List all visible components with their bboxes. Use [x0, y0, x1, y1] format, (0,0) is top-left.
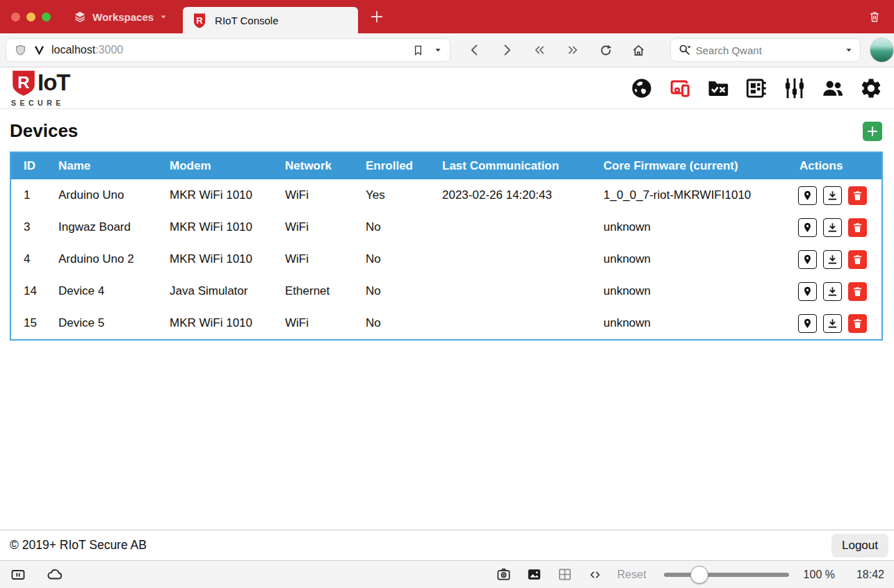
copyright-text: © 2019+ RIoT Secure AB — [10, 538, 147, 553]
fast-forward-button[interactable] — [556, 44, 590, 56]
chip-icon[interactable] — [745, 76, 768, 100]
cell-network: WiFi — [273, 316, 353, 330]
map-pin-icon — [802, 222, 813, 234]
trash-icon — [852, 286, 863, 297]
rewind-button[interactable] — [523, 44, 556, 56]
zoom-window-button[interactable] — [42, 13, 51, 22]
col-header-modem: Modem — [157, 159, 273, 173]
devices-table: ID Name Modem Network Enrolled Last Comm… — [10, 152, 883, 341]
search-input[interactable] — [696, 44, 840, 56]
delete-device-button[interactable] — [848, 186, 867, 205]
download-firmware-button[interactable] — [823, 218, 842, 237]
delete-device-button[interactable] — [848, 250, 867, 269]
delete-device-button[interactable] — [848, 314, 867, 333]
col-header-id: ID — [11, 159, 46, 173]
cell-name: Device 4 — [46, 284, 157, 298]
download-icon — [827, 286, 838, 297]
address-dropdown-icon[interactable] — [434, 46, 442, 54]
col-header-core-firmware: Core Firmware (current) — [591, 159, 787, 173]
cell-core-firmware: 1_0_0_7-riot-MKRWIFI1010 — [591, 188, 787, 202]
vivaldi-icon[interactable] — [33, 44, 45, 56]
cell-network: WiFi — [273, 252, 353, 266]
sliders-icon[interactable] — [783, 76, 806, 100]
download-firmware-button[interactable] — [823, 250, 842, 269]
cell-name: Device 5 — [46, 316, 157, 330]
locate-device-button[interactable] — [798, 218, 817, 237]
gear-icon[interactable] — [859, 76, 883, 100]
layers-icon — [73, 10, 87, 24]
cell-core-firmware: unknown — [591, 252, 787, 266]
minimize-window-button[interactable] — [26, 13, 35, 22]
cell-id: 3 — [11, 220, 46, 234]
cell-name: Arduino Uno 2 — [46, 252, 157, 266]
cell-id: 4 — [11, 252, 46, 266]
map-pin-icon — [802, 190, 813, 202]
cell-modem: MKR WiFi 1010 — [157, 252, 273, 266]
locate-device-button[interactable] — [798, 250, 817, 269]
capture-page-icon[interactable] — [496, 566, 512, 582]
users-icon[interactable] — [821, 76, 845, 100]
zoom-slider-knob[interactable] — [690, 566, 708, 584]
trash-icon — [852, 222, 863, 234]
svg-text:R: R — [196, 15, 203, 26]
new-tab-button[interactable] — [369, 9, 384, 24]
bookmark-icon[interactable] — [412, 44, 424, 57]
logo-shield-icon: R — [11, 69, 36, 97]
browser-toolbar: localhost:3000 — [0, 33, 894, 67]
cell-id: 1 — [11, 188, 46, 202]
toggle-images-icon[interactable] — [526, 566, 542, 582]
logo-brand-text: IoT — [38, 72, 70, 93]
cell-enrolled: No — [353, 316, 430, 330]
close-window-button[interactable] — [11, 13, 20, 22]
cell-last-communication: 2023-02-26 14:20:43 — [430, 188, 591, 202]
add-device-button[interactable] — [863, 122, 882, 141]
tab-title: RIoT Console — [215, 15, 278, 26]
svg-text:R: R — [17, 73, 29, 92]
locate-device-button[interactable] — [798, 282, 817, 301]
trash-icon — [852, 254, 863, 266]
profile-avatar[interactable] — [870, 38, 894, 63]
search-engine-dropdown-icon[interactable] — [845, 46, 853, 54]
url-text[interactable]: localhost:3000 — [51, 44, 123, 56]
cell-enrolled: No — [353, 284, 430, 298]
reload-button[interactable] — [590, 43, 622, 58]
workspaces-menu[interactable]: Workspaces — [73, 10, 168, 24]
cloud-icon[interactable] — [46, 566, 64, 583]
locate-device-button[interactable] — [798, 186, 817, 205]
cell-enrolled: Yes — [353, 188, 430, 202]
col-header-network: Network — [273, 159, 353, 173]
download-firmware-button[interactable] — [823, 314, 842, 333]
cell-modem: MKR WiFi 1010 — [157, 188, 273, 202]
search-field[interactable] — [670, 38, 861, 62]
cell-enrolled: No — [353, 252, 430, 266]
download-firmware-button[interactable] — [823, 282, 842, 301]
riot-secure-logo[interactable]: R IoT SECURE — [11, 69, 70, 107]
delete-device-button[interactable] — [848, 218, 867, 237]
home-button[interactable] — [622, 43, 655, 58]
zoom-level-text: 100 % — [804, 569, 835, 581]
address-bar[interactable]: localhost:3000 — [6, 38, 450, 62]
window-controls[interactable] — [11, 13, 51, 22]
closed-tabs-trash-icon[interactable] — [868, 10, 881, 24]
locate-device-button[interactable] — [798, 314, 817, 333]
delete-device-button[interactable] — [848, 282, 867, 301]
cell-actions — [787, 314, 881, 333]
globe-icon[interactable] — [630, 76, 653, 100]
tab-tiling-icon[interactable] — [557, 566, 573, 582]
tab-riot-console[interactable]: R RIoT Console — [183, 7, 358, 33]
panel-toggle-icon[interactable] — [10, 566, 26, 583]
back-button[interactable] — [459, 43, 491, 57]
page-actions-code-icon[interactable] — [587, 568, 603, 582]
zoom-reset-button[interactable]: Reset — [617, 569, 647, 581]
logout-button[interactable]: Logout — [831, 534, 888, 557]
download-icon — [827, 254, 838, 266]
download-firmware-button[interactable] — [823, 186, 842, 205]
zoom-slider-track[interactable] — [664, 573, 789, 577]
cell-modem: Java Simulator — [157, 284, 273, 298]
shield-icon[interactable] — [14, 44, 27, 57]
browser-status-bar: Reset 100 % 18:42 — [0, 560, 894, 588]
zoom-slider[interactable] — [664, 566, 789, 584]
folder-check-icon[interactable] — [706, 76, 730, 100]
forward-button[interactable] — [491, 43, 523, 57]
devices-icon[interactable] — [668, 76, 692, 100]
